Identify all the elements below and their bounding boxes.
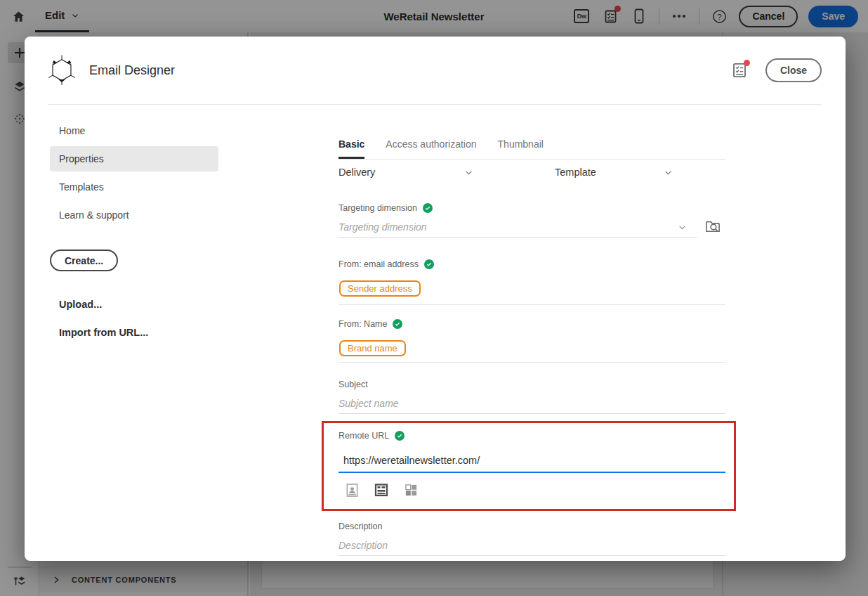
valid-check-icon (395, 431, 405, 441)
chevron-down-icon (464, 168, 473, 177)
valid-check-icon (423, 203, 433, 213)
subject-input[interactable] (338, 398, 725, 409)
tab-access-authorization[interactable]: Access authorization (386, 131, 476, 159)
remote-url-label: Remote URL (338, 431, 405, 441)
tab-bar: Basic Access authorization Thumbnail (338, 131, 725, 160)
targeting-dimension-field[interactable] (338, 217, 697, 238)
valid-check-icon (424, 259, 434, 269)
from-email-label: From: email address (338, 259, 434, 269)
remote-url-render-options (345, 482, 418, 498)
subject-field[interactable] (338, 393, 725, 414)
dialog-title: Email Designer (89, 63, 175, 78)
chevron-down-icon (664, 168, 673, 177)
delivery-select[interactable]: Delivery (338, 167, 473, 178)
properties-form: Basic Access authorization Thumbnail Del… (338, 105, 725, 561)
email-designer-logo (46, 53, 78, 87)
import-from-url-action[interactable]: Import from URL... (59, 327, 148, 338)
form-view-icon[interactable] (374, 482, 388, 498)
close-button[interactable]: Close (765, 58, 822, 82)
delivery-select-label: Delivery (338, 167, 375, 178)
sender-address-chip[interactable]: Sender address (339, 280, 421, 297)
screen: Edit WeRetail Newsletter Dw (0, 0, 868, 596)
section-divider (338, 362, 725, 363)
tab-thumbnail[interactable]: Thumbnail (498, 131, 544, 159)
template-select-label: Template (555, 167, 596, 178)
nav-item-templates[interactable]: Templates (50, 174, 218, 200)
browse-picker-button[interactable] (704, 217, 722, 235)
dialog-validation-button[interactable] (730, 61, 749, 79)
description-label: Description (338, 522, 383, 531)
nav-item-properties[interactable]: Properties (50, 146, 218, 171)
brand-name-chip[interactable]: Brand name (339, 340, 406, 356)
upload-action[interactable]: Upload... (59, 299, 102, 310)
dialog-header: Email Designer Close (25, 37, 846, 104)
tab-basic[interactable]: Basic (338, 131, 364, 159)
targeting-dimension-input[interactable] (338, 221, 697, 233)
remote-url-focus-underline (338, 472, 725, 473)
from-name-label: From: Name (338, 319, 402, 329)
create-button[interactable]: Create... (50, 250, 118, 271)
valid-check-icon (393, 319, 402, 329)
description-input[interactable] (338, 540, 725, 551)
dialog-body: Home Properties Templates Learn & suppor… (25, 105, 846, 561)
section-divider (338, 304, 725, 305)
chevron-down-icon[interactable] (678, 223, 687, 232)
email-designer-dialog: Email Designer Close (25, 37, 846, 561)
subject-label: Subject (338, 380, 368, 389)
remote-url-input[interactable] (338, 455, 725, 466)
template-select[interactable]: Template (555, 167, 673, 178)
section-selectors: Delivery Template (338, 167, 725, 185)
contact-card-icon[interactable] (345, 482, 359, 498)
nav-item-learn-support[interactable]: Learn & support (50, 202, 218, 228)
remote-url-field[interactable] (338, 449, 725, 472)
notification-dot (744, 60, 750, 66)
description-field[interactable] (338, 535, 725, 556)
targeting-dimension-label: Targeting dimension (338, 203, 433, 213)
dialog-nav: Home Properties Templates Learn & suppor… (50, 115, 218, 228)
dialog-header-actions: Close (730, 58, 822, 82)
folder-search-icon (705, 219, 721, 233)
nav-item-home[interactable]: Home (50, 118, 218, 143)
grid-view-icon[interactable] (404, 482, 418, 498)
